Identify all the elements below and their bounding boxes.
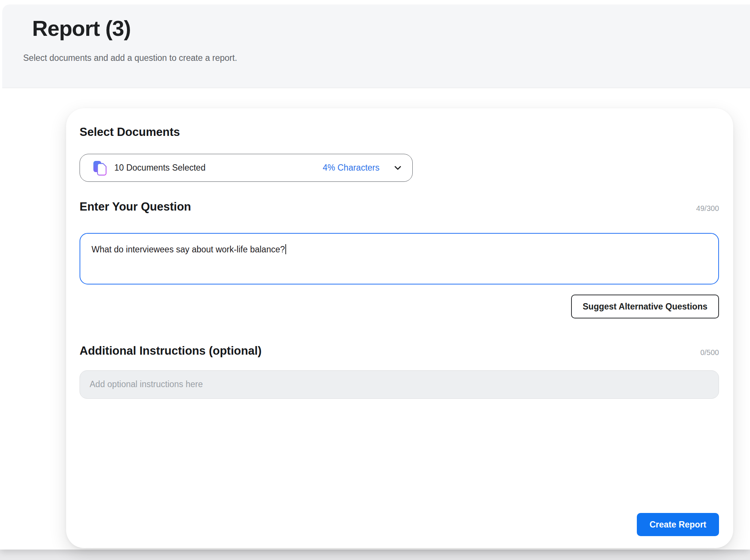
report-form-card: Select Documents — [66, 108, 733, 548]
create-report-button[interactable]: Create Report — [637, 513, 719, 536]
select-documents-heading: Select Documents — [80, 125, 719, 139]
question-text: What do interviewees say about work-life… — [92, 245, 285, 254]
documents-icon — [93, 160, 108, 176]
enter-question-heading: Enter Your Question — [80, 200, 191, 214]
page-title: Report (3) — [2, 4, 750, 43]
document-selector-dropdown[interactable]: 10 Documents Selected 4% Characters — [80, 154, 413, 182]
page-header: Report (3) Select documents and add a qu… — [2, 4, 750, 88]
main-surface: Report (3) Select documents and add a qu… — [0, 0, 750, 550]
instructions-char-counter: 0/500 — [700, 348, 719, 358]
characters-percentage-link[interactable]: 4% Characters — [323, 163, 379, 173]
text-cursor — [285, 244, 286, 254]
question-textarea[interactable]: What do interviewees say about work-life… — [80, 233, 719, 284]
question-char-counter: 49/300 — [696, 204, 719, 214]
page-subtitle: Select documents and add a question to c… — [2, 43, 750, 63]
suggest-alternative-questions-button[interactable]: Suggest Alternative Questions — [571, 295, 719, 318]
documents-selected-label: 10 Documents Selected — [114, 163, 205, 173]
additional-instructions-input[interactable] — [80, 370, 719, 399]
chevron-down-icon[interactable] — [393, 163, 403, 173]
additional-instructions-heading: Additional Instructions (optional) — [80, 344, 261, 358]
